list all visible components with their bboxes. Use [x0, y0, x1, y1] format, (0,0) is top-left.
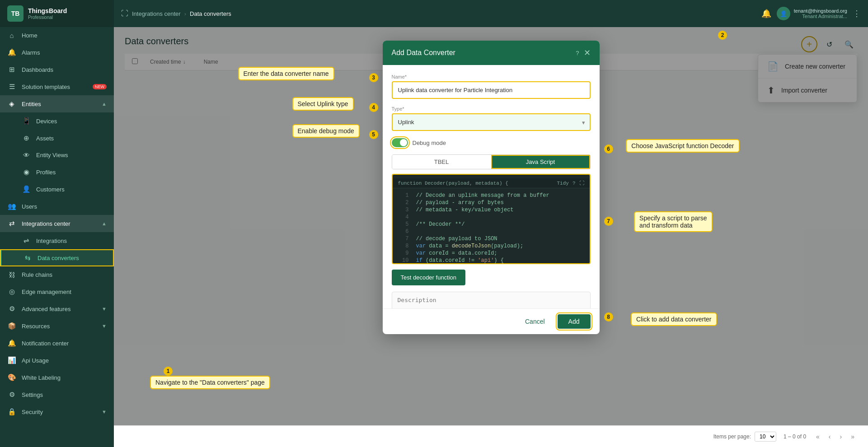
breadcrumb-current: Data converters: [190, 10, 231, 17]
help-icon[interactable]: ?: [576, 50, 579, 56]
sidebar-item-devices[interactable]: 📱 Devices: [0, 112, 114, 130]
more-icon[interactable]: ⋮: [853, 9, 861, 19]
sidebar-item-label: Settings: [22, 391, 107, 398]
home-icon: ⌂: [7, 32, 16, 39]
close-button[interactable]: ✕: [584, 48, 591, 58]
sidebar-item-white-labeling[interactable]: 🎨 White Labeling: [0, 369, 114, 386]
javascript-tab[interactable]: Java Script: [491, 155, 590, 169]
sidebar-item-label: Home: [22, 32, 107, 39]
add-converter-modal: Add Data Converter ? ✕ Name* Type*: [383, 41, 600, 334]
sidebar-item-resources[interactable]: 📦 Resources ▼: [0, 317, 114, 335]
sidebar-item-label: Entities: [22, 101, 102, 107]
annotation-num-2: 2: [718, 31, 727, 40]
resources-icon: 📦: [7, 322, 16, 330]
sidebar-item-label: Integrations center: [22, 220, 102, 227]
name-label: Name*: [392, 74, 591, 79]
sidebar-item-customers[interactable]: 👤 Customers: [0, 181, 114, 198]
debug-label: Debug mode: [413, 140, 446, 146]
breadcrumb-integrations[interactable]: Integrations center: [132, 10, 181, 17]
sidebar-item-label: Assets: [36, 135, 107, 142]
sidebar-item-entity-views[interactable]: 👁 Entity Views: [0, 147, 114, 163]
last-page-button[interactable]: »: [848, 432, 857, 441]
sidebar-item-rule-chains[interactable]: ⛓ Rule chains: [0, 266, 114, 283]
sidebar-item-label: Resources: [22, 323, 102, 330]
user-role: Tenant Administrat...: [794, 14, 847, 19]
annotation-num-8: 8: [604, 312, 613, 321]
alarms-icon: 🔔: [7, 48, 16, 56]
toggle-knob: [400, 139, 407, 146]
pagination: « ‹ › »: [813, 432, 857, 441]
page-size-select[interactable]: 10 25 50: [755, 432, 776, 442]
items-per-page: Items per page: 10 25 50: [713, 432, 776, 442]
prev-page-button[interactable]: ‹: [826, 432, 834, 441]
description-input[interactable]: [392, 292, 591, 308]
sidebar-item-label: Customers: [36, 186, 107, 193]
cancel-button[interactable]: Cancel: [518, 314, 552, 329]
code-line-3: 3// metadata - key/value object: [393, 206, 590, 214]
api-icon: 📊: [7, 356, 16, 364]
sidebar-item-label: Advanced features: [22, 306, 102, 312]
chevron-up-icon: ▲: [102, 221, 107, 226]
breadcrumb-sep: ›: [184, 10, 186, 17]
avatar: 👤: [777, 7, 790, 20]
annotation-num-1: 1: [164, 367, 173, 376]
code-line-1: 1// Decode an uplink message from a buff…: [393, 192, 590, 199]
sidebar-item-integrations-center[interactable]: ⇄ Integrations center ▲: [0, 215, 114, 232]
modal-title: Add Data Converter: [392, 49, 455, 57]
sidebar-item-label: Devices: [36, 118, 107, 125]
sidebar-item-assets[interactable]: ⊕ Assets: [0, 130, 114, 147]
add-button[interactable]: Add: [558, 314, 591, 329]
debug-mode-group: Debug mode: [392, 138, 591, 147]
tidy-button[interactable]: Tidy: [557, 181, 568, 186]
next-page-button[interactable]: ›: [837, 432, 845, 441]
code-lines: 1// Decode an uplink message from a buff…: [393, 188, 590, 264]
advanced-icon: ⚙: [7, 305, 16, 313]
customers-icon: 👤: [22, 185, 31, 193]
security-icon: 🔒: [7, 408, 16, 416]
sidebar-item-edge-management[interactable]: ◎ Edge management: [0, 283, 114, 300]
users-icon: 👥: [7, 202, 16, 210]
sidebar-item-label: Edge management: [22, 289, 107, 295]
sidebar-item-label: Alarms: [22, 49, 107, 56]
code-line-5: 5/** Decoder **/: [393, 221, 590, 228]
sidebar-item-integrations[interactable]: ⇌ Integrations: [0, 232, 114, 249]
sidebar-item-dashboards[interactable]: ⊞ Dashboards: [0, 61, 114, 78]
expand-icon: ⛶: [121, 9, 128, 18]
sidebar-item-settings[interactable]: ⚙ Settings: [0, 386, 114, 403]
bell-icon[interactable]: 🔔: [761, 9, 771, 19]
annotation-num-4: 4: [369, 103, 378, 112]
code-line-7: 7// decode payload to JSON: [393, 235, 590, 242]
sidebar-item-advanced-features[interactable]: ⚙ Advanced features ▼: [0, 300, 114, 317]
name-input[interactable]: [392, 81, 591, 99]
sidebar-item-api-usage[interactable]: 📊 Api Usage: [0, 352, 114, 369]
debug-toggle[interactable]: [392, 138, 408, 147]
sidebar-item-security[interactable]: 🔒 Security ▼: [0, 403, 114, 420]
expand-code-icon[interactable]: ⛶: [579, 180, 584, 186]
entity-views-icon: 👁: [22, 151, 31, 159]
user-email: tenant@thingsboard.org: [794, 8, 847, 14]
code-editor[interactable]: function Decoder(payload, metadata) { Ti…: [392, 174, 591, 264]
sidebar-item-notification-center[interactable]: 🔔 Notification center: [0, 335, 114, 352]
sidebar-item-home[interactable]: ⌂ Home: [0, 27, 114, 44]
app-subtitle: Professional: [28, 15, 67, 20]
sidebar-item-data-converters[interactable]: ⇆ Data converters: [0, 249, 114, 266]
sidebar-item-label: Data converters: [38, 255, 107, 261]
integrations-icon: ⇌: [22, 237, 31, 245]
first-page-button[interactable]: «: [813, 432, 822, 441]
test-decoder-button[interactable]: Test decoder function: [392, 270, 466, 285]
sidebar-item-profiles[interactable]: ◉ Profiles: [0, 163, 114, 181]
type-select[interactable]: Uplink Downlink: [392, 113, 591, 131]
sidebar-item-label: Integrations: [36, 237, 107, 244]
sidebar-item-solution-templates[interactable]: ☰ Solution templates NEW: [0, 78, 114, 95]
sidebar-item-alarms[interactable]: 🔔 Alarms: [0, 44, 114, 61]
help-code-icon[interactable]: ?: [572, 181, 576, 186]
sidebar-item-label: Api Usage: [22, 357, 107, 364]
sidebar-item-users[interactable]: 👥 Users: [0, 198, 114, 215]
sidebar-item-label: Security: [22, 409, 102, 415]
annotation-num-5: 5: [369, 130, 378, 139]
sidebar-item-entities[interactable]: ◈ Entities ▲: [0, 95, 114, 112]
tbel-tab[interactable]: TBEL: [392, 155, 491, 169]
main-area: ⛶ Integrations center › Data converters …: [114, 0, 868, 447]
user-menu[interactable]: 👤 tenant@thingsboard.org Tenant Administ…: [777, 7, 847, 20]
annotation-num-7: 7: [604, 217, 613, 226]
